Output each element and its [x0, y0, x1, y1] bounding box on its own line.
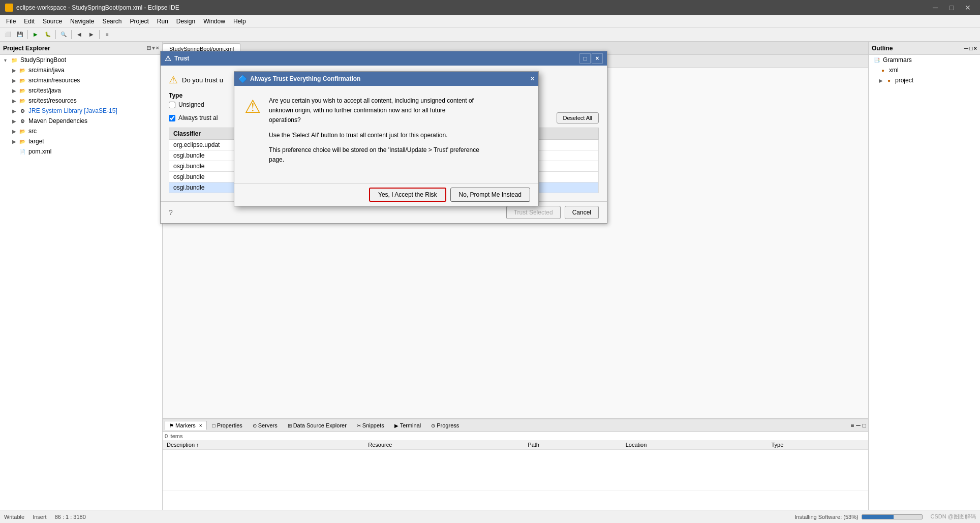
trust-warning-text: Do you trust u — [182, 76, 223, 84]
maximize-button[interactable]: □ — [944, 2, 959, 13]
outline-item-project[interactable]: ▶ ● project — [869, 75, 980, 85]
tree-toggle: ▶ — [12, 88, 18, 94]
outline-collapse-btn[interactable]: ─ — [964, 45, 968, 51]
markers-close-btn[interactable]: × — [199, 423, 202, 428]
filter-btn[interactable]: ≡ — [850, 422, 854, 429]
outline-item-label: project — [895, 77, 913, 84]
menu-file[interactable]: File — [2, 17, 20, 26]
confirm-dialog-close-btn[interactable]: × — [531, 75, 534, 82]
tree-item-label: Maven Dependencies — [28, 117, 87, 125]
sidebar-menu-btn[interactable]: ▾ — [152, 45, 155, 51]
outline-item-label: Grammars — [883, 56, 912, 64]
folder-icon: 📂 — [18, 127, 26, 135]
tree-item-label: src/main/java — [28, 67, 65, 74]
bottom-maximize-btn[interactable]: □ — [863, 422, 866, 429]
bottom-tab-progress[interactable]: ⊙ Progress — [426, 421, 464, 430]
trust-selected-button[interactable]: Trust Selected — [506, 206, 561, 219]
tree-item-label: src/test/resources — [28, 97, 77, 104]
progress-bar-fill — [862, 515, 894, 519]
tree-toggle: ▶ — [12, 118, 18, 124]
tree-item-src-main-res[interactable]: ▶ 📂 src/main/resources — [0, 75, 162, 85]
xml-file-icon: 📄 — [18, 147, 26, 156]
toolbar-more-btn[interactable]: ≡ — [102, 29, 113, 40]
toolbar-back-btn[interactable]: ◀ — [74, 29, 85, 40]
status-right: Installing Software: (53%) CSDN @图图解码 — [794, 513, 976, 520]
bottom-tab-properties[interactable]: □ Properties — [208, 421, 247, 430]
bottom-tab-markers[interactable]: ⚑ Markers × — [165, 421, 207, 430]
menu-navigate[interactable]: Navigate — [66, 17, 98, 26]
markers-col-type: Type — [768, 440, 869, 450]
menu-help[interactable]: Help — [229, 17, 250, 26]
progress-icon: ⊙ — [431, 423, 435, 428]
toolbar-forward-btn[interactable]: ▶ — [86, 29, 97, 40]
bottom-tab-servers[interactable]: ⊙ Servers — [248, 421, 282, 430]
bottom-minimize-btn[interactable]: ─ — [856, 422, 861, 429]
bottom-tab-datasource[interactable]: ⊞ Data Source Explorer — [283, 421, 351, 430]
bottom-tab-snippets[interactable]: ✂ Snippets — [352, 421, 389, 430]
trust-help-icon[interactable]: ? — [169, 208, 173, 217]
bottom-tab-terminal[interactable]: ▶ Terminal — [390, 421, 426, 430]
toolbar-new-btn[interactable]: ⬜ — [2, 29, 13, 40]
tree-item-jre[interactable]: ▶ ⚙ JRE System Library [JavaSE-15] — [0, 106, 162, 116]
tree-item-src-main-java[interactable]: ▶ 📂 src/main/java — [0, 65, 162, 75]
sidebar-controls: ⊟ ▾ × — [146, 45, 159, 51]
trust-dialog-title: Trust — [174, 55, 579, 62]
always-trust-checkbox[interactable] — [169, 115, 175, 121]
toolbar-sep-4 — [99, 30, 100, 39]
tree-item-target[interactable]: ▶ 📂 target — [0, 136, 162, 146]
tree-item-src[interactable]: ▶ 📂 src — [0, 126, 162, 136]
outline-maximize-btn[interactable]: □ — [969, 45, 973, 51]
trust-dialog-icon: ⚠ — [165, 54, 171, 63]
status-insert: Insert — [33, 514, 47, 520]
tree-item-label: StudySpringBoot — [20, 56, 66, 64]
tree-item-label: pom.xml — [28, 148, 51, 155]
menu-source[interactable]: Source — [39, 17, 66, 26]
confirm-dialog-body: ⚠ Are you certain you wish to accept all… — [234, 86, 538, 183]
trust-dialog-titlebar: ⚠ Trust □ × — [161, 51, 607, 66]
bottom-tab-datasource-label: Data Source Explorer — [293, 422, 347, 428]
menu-search[interactable]: Search — [98, 17, 126, 26]
properties-icon: □ — [212, 423, 216, 428]
eclipse-icon — [5, 4, 13, 12]
menu-window[interactable]: Window — [199, 17, 229, 26]
toolbar-save-btn[interactable]: 💾 — [14, 29, 25, 40]
close-button[interactable]: ✕ — [961, 2, 975, 13]
bottom-tabs: ⚑ Markers × □ Properties ⊙ Servers ⊞ Dat… — [163, 419, 868, 432]
outline-item-xml[interactable]: ● xml — [869, 65, 980, 75]
trust-dialog-controls: □ × — [579, 53, 603, 64]
menu-project[interactable]: Project — [126, 17, 152, 26]
toolbar-run-btn[interactable]: ▶ — [30, 29, 41, 40]
tree-item-src-test-res[interactable]: ▶ 📂 src/test/resources — [0, 96, 162, 106]
outline-item-grammars[interactable]: 📑 Grammars — [869, 55, 980, 65]
bottom-tab-progress-label: Progress — [437, 422, 459, 428]
confirm-spacer-1 — [269, 126, 479, 131]
confirm-line-6: This preference choice will be stored on… — [269, 145, 479, 155]
menu-design[interactable]: Design — [172, 17, 199, 26]
yes-accept-risk-button[interactable]: Yes, I Accept the Risk — [369, 188, 446, 202]
bottom-tab-servers-label: Servers — [258, 422, 278, 428]
status-writable: Writable — [4, 514, 24, 520]
tree-item-studyspringboot[interactable]: ▾ 📁 StudySpringBoot — [0, 55, 162, 65]
deselect-all-button[interactable]: Deselect All — [557, 112, 599, 124]
bottom-tab-terminal-label: Terminal — [400, 422, 421, 428]
trust-dialog-close-btn[interactable]: × — [592, 53, 603, 64]
trust-dialog-maximize-btn[interactable]: □ — [579, 53, 591, 64]
maven-icon: ⚙ — [18, 117, 26, 125]
menu-run[interactable]: Run — [153, 17, 172, 26]
tree-item-src-test-java[interactable]: ▶ 📂 src/test/java — [0, 85, 162, 96]
project-explorer-header: Project Explorer ⊟ ▾ × — [0, 42, 162, 55]
status-position: 86 : 1 : 3180 — [55, 514, 86, 520]
cancel-button[interactable]: Cancel — [565, 206, 599, 219]
minimize-button[interactable]: ─ — [928, 2, 942, 13]
sidebar-close-btn[interactable]: × — [156, 45, 159, 51]
toolbar-search-btn[interactable]: 🔍 — [58, 29, 69, 40]
no-prompt-instead-button[interactable]: No, Prompt Me Instead — [450, 188, 530, 202]
unsigned-checkbox[interactable] — [169, 102, 175, 108]
sidebar-collapse-btn[interactable]: ⊟ — [146, 45, 151, 51]
tree-item-maven[interactable]: ▶ ⚙ Maven Dependencies — [0, 116, 162, 126]
menu-edit[interactable]: Edit — [20, 17, 39, 26]
outline-panel: Outline ─ □ × 📑 Grammars ● xml ▶ ● proje… — [868, 42, 980, 510]
tree-item-pom[interactable]: 📄 pom.xml — [0, 146, 162, 157]
outline-close-btn[interactable]: × — [974, 45, 977, 51]
toolbar-debug-btn[interactable]: 🐛 — [42, 29, 53, 40]
